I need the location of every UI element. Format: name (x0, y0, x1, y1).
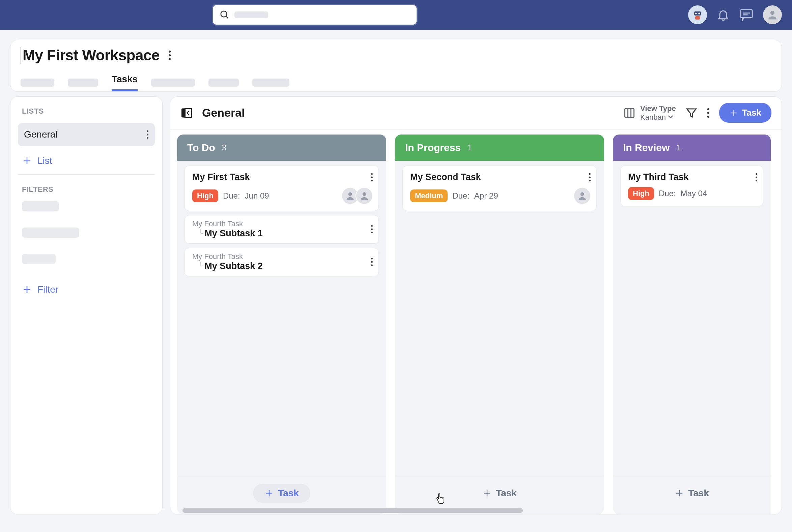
subtask-parent: My Fourth Task (192, 252, 263, 261)
kanban-column-review: In Review 1 My Third Task High Due: May … (613, 134, 771, 514)
user-avatar[interactable] (763, 5, 782, 24)
horizontal-scrollbar[interactable] (183, 508, 769, 513)
kanban-column-todo: To Do 3 My First Task High Due: Jun 09 (177, 134, 386, 514)
svg-point-36 (371, 228, 373, 230)
collapse-panel-icon[interactable] (181, 107, 192, 119)
assignee-avatar[interactable] (573, 187, 591, 205)
sidebar-list-label: General (24, 129, 58, 140)
subtask-card[interactable]: My Fourth Task └ My Subtask 1 (185, 215, 379, 244)
task-menu-button[interactable] (371, 258, 373, 266)
due-label: Due: (452, 191, 469, 201)
task-card[interactable]: My First Task High Due: Jun 09 (185, 166, 379, 211)
subtask-title: My Subtask 2 (204, 261, 263, 271)
svg-point-13 (147, 134, 148, 135)
tab-placeholder[interactable] (68, 79, 98, 87)
svg-point-5 (699, 13, 700, 15)
board-header: General View Type Kanban (170, 97, 781, 130)
search-bar[interactable] (212, 4, 418, 26)
add-list-button[interactable]: List (18, 151, 155, 170)
column-title: In Review (623, 142, 669, 153)
add-task-label: Task (278, 488, 299, 499)
svg-point-14 (147, 137, 148, 138)
sidebar-list-general[interactable]: General (18, 123, 155, 146)
filter-placeholder[interactable] (22, 201, 59, 211)
svg-rect-6 (695, 16, 700, 20)
assignee-avatar[interactable] (355, 187, 373, 205)
lists-heading: LISTS (18, 107, 155, 116)
view-type-value: Kanban (640, 113, 666, 121)
tab-tasks[interactable]: Tasks (112, 74, 137, 91)
assistant-avatar[interactable] (688, 5, 707, 24)
board-menu-button[interactable] (707, 108, 710, 118)
columns-icon (623, 107, 636, 119)
task-title: My First Task (192, 172, 250, 183)
search-icon (220, 10, 230, 20)
add-task-button[interactable]: Task (253, 484, 310, 503)
workspace-title[interactable]: My First Workspace (21, 47, 160, 64)
filter-icon[interactable] (685, 107, 698, 119)
svg-rect-20 (185, 108, 192, 117)
workspace-menu-button[interactable] (168, 50, 171, 60)
left-panel: LISTS General List FILTERS Filter (10, 96, 163, 514)
subtask-card[interactable]: My Fourth Task └ My Subtask 2 (185, 248, 379, 277)
view-type-label: View Type (640, 104, 676, 113)
svg-point-49 (756, 173, 757, 175)
chevron-down-icon (668, 115, 673, 119)
tab-placeholder[interactable] (208, 79, 239, 87)
svg-point-11 (169, 58, 171, 60)
task-menu-button[interactable] (589, 173, 591, 182)
add-task-label: Task (496, 488, 517, 499)
task-menu-button[interactable] (371, 225, 373, 234)
svg-point-12 (147, 131, 148, 132)
subtask-indent-icon: └ (198, 229, 203, 237)
search-placeholder-stub (235, 12, 268, 18)
priority-badge: High (628, 187, 654, 200)
task-title: My Second Task (410, 172, 481, 183)
filter-placeholder[interactable] (22, 228, 79, 238)
tab-placeholder[interactable] (252, 79, 290, 87)
svg-point-38 (371, 258, 373, 259)
tab-placeholder[interactable] (151, 79, 195, 87)
new-task-button[interactable]: Task (719, 103, 771, 123)
column-header[interactable]: In Review 1 (613, 134, 771, 161)
assignee-list (577, 187, 591, 205)
svg-point-35 (371, 225, 373, 227)
subtask-title: My Subtask 1 (204, 228, 263, 239)
task-title: My Third Task (628, 172, 689, 183)
tab-placeholder[interactable] (21, 79, 54, 87)
chat-icon[interactable] (739, 8, 754, 21)
svg-point-4 (695, 13, 697, 15)
filter-placeholder[interactable] (22, 254, 56, 264)
svg-rect-7 (741, 10, 753, 18)
view-type-selector[interactable]: View Type Kanban (623, 104, 676, 121)
task-menu-button[interactable] (755, 173, 758, 182)
subtask-parent: My Fourth Task (192, 220, 263, 228)
board-title: General (202, 106, 245, 119)
task-card[interactable]: My Second Task Medium Due: Apr 29 (402, 166, 597, 211)
task-card[interactable]: My Third Task High Due: May 04 (620, 166, 763, 206)
board: General View Type Kanban (170, 96, 782, 514)
add-filter-button[interactable]: Filter (18, 280, 155, 299)
svg-line-1 (226, 16, 228, 18)
svg-point-8 (770, 11, 774, 15)
svg-rect-21 (625, 108, 634, 117)
task-menu-button[interactable] (371, 173, 373, 182)
svg-point-44 (589, 176, 591, 178)
due-value: Jun 09 (245, 191, 269, 201)
column-title: To Do (187, 142, 215, 153)
bell-icon[interactable] (716, 8, 730, 22)
due-label: Due: (659, 189, 676, 198)
sidebar-list-menu-button[interactable] (146, 130, 149, 139)
add-task-button[interactable]: Task (471, 484, 528, 503)
subtask-indent-icon: └ (198, 262, 203, 270)
column-header[interactable]: In Progress 1 (395, 134, 604, 161)
svg-point-31 (371, 176, 373, 178)
due-label: Due: (223, 191, 240, 201)
svg-point-43 (589, 173, 591, 175)
svg-point-10 (169, 54, 171, 56)
column-title: In Progress (405, 142, 461, 153)
workspace-tabs: Tasks (21, 74, 771, 91)
column-header[interactable]: To Do 3 (177, 134, 386, 161)
svg-point-27 (707, 116, 710, 118)
add-task-button[interactable]: Task (663, 484, 720, 503)
